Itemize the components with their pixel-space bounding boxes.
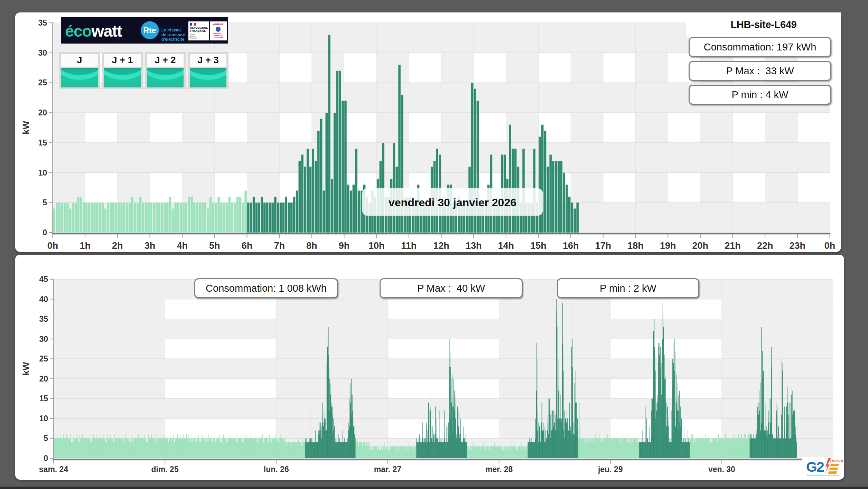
svg-text:ven. 30: ven. 30	[708, 465, 735, 474]
svg-text:dim. 25: dim. 25	[151, 465, 178, 474]
svg-text:mar. 27: mar. 27	[374, 465, 401, 474]
svg-text:mer. 28: mer. 28	[485, 465, 513, 474]
svg-text:30: 30	[39, 335, 48, 344]
svg-text:35: 35	[39, 314, 48, 323]
svg-text:lun. 26: lun. 26	[264, 465, 289, 474]
svg-text:40: 40	[39, 295, 48, 304]
svg-text:0: 0	[44, 454, 48, 463]
svg-text:Optimisation des ressources én: Optimisation des ressources énergétiques	[807, 474, 839, 476]
svg-text:5: 5	[44, 434, 48, 443]
svg-text:FRANCE: FRANCE	[830, 459, 843, 462]
svg-text:25: 25	[39, 354, 48, 363]
svg-text:15: 15	[39, 394, 48, 403]
svg-text:jeu. 29: jeu. 29	[598, 465, 623, 474]
svg-text:20: 20	[39, 374, 48, 383]
svg-text:kW: kW	[21, 362, 31, 375]
svg-text:10: 10	[39, 414, 48, 423]
svg-text:G2: G2	[806, 459, 824, 475]
svg-text:45: 45	[39, 275, 48, 284]
svg-text:sam. 24: sam. 24	[39, 465, 68, 474]
